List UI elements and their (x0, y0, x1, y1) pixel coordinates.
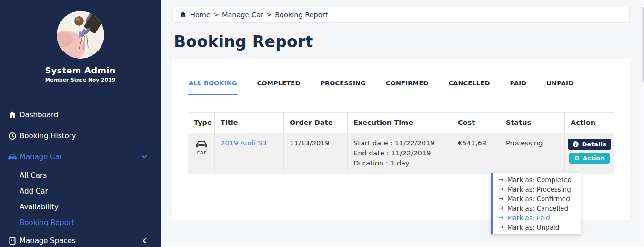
start-date: Start date : 11/22/2019 (353, 138, 446, 148)
menu-item-mark-processing[interactable]: → Mark as: Processing (493, 185, 581, 194)
breadcrumb-home-link[interactable]: Home (190, 11, 211, 19)
sidebar-item-manage-car[interactable]: Manage Car (0, 146, 161, 167)
end-date: End date : 11/22/2019 (353, 148, 446, 158)
profile-name: System Admin (0, 65, 161, 75)
manage-car-submenu: All Cars Add Car Availability Booking Re… (0, 167, 161, 230)
sidebar: System Admin Member Since Nov 2019 Dashb… (0, 0, 161, 247)
duration: Duration : 1 day (353, 158, 446, 168)
sidebar-item-manage-spaces[interactable]: Manage Spaces (0, 230, 161, 247)
gears-icon: ⚙ (574, 155, 580, 161)
arrow-right-icon: → (498, 204, 503, 213)
sidebar-item-booking-history[interactable]: Booking History (0, 125, 161, 146)
chevron-down-icon (141, 154, 148, 160)
arrow-right-icon: → (498, 194, 503, 204)
menu-item-label: Mark as: Completed (507, 175, 572, 185)
tab-paid[interactable]: PAID (509, 80, 528, 95)
sidebar-item-dashboard[interactable]: Dashboard (0, 104, 161, 125)
home-icon (8, 111, 17, 119)
sidebar-nav: Dashboard Booking History Manage Car All… (0, 97, 161, 247)
column-header-execution-time: Execution Time (348, 113, 452, 133)
sidebar-item-availability[interactable]: Availability (20, 199, 161, 215)
tab-all-booking[interactable]: ALL BOOKING (188, 80, 238, 95)
tab-unpaid[interactable]: UNPAID (545, 80, 574, 95)
profile-member-since: Member Since Nov 2019 (0, 77, 161, 82)
arrow-right-icon: → (498, 213, 503, 223)
breadcrumb-separator: > (214, 11, 219, 18)
sidebar-item-label: Manage Car (20, 153, 62, 161)
breadcrumb-separator: > (267, 11, 272, 18)
breadcrumb-manage-car-link[interactable]: Manage Car (222, 11, 263, 19)
action-button[interactable]: ⚙ Action (569, 153, 609, 164)
sidebar-item-booking-report[interactable]: Booking Report (20, 215, 161, 230)
arrow-right-icon: → (498, 185, 503, 194)
scrollbar-thumb[interactable] (642, 7, 644, 83)
type-cell: car (188, 133, 215, 174)
info-icon: i (573, 141, 579, 147)
booking-title-link[interactable]: 2019 Audi S3 (221, 139, 267, 147)
clock-icon (8, 132, 17, 140)
action-cell: i Details ⚙ Action (565, 133, 614, 174)
menu-item-label: Mark as: Unpaid (507, 223, 559, 232)
title-cell: 2019 Audi S3 (215, 133, 284, 174)
arrow-right-icon: → (498, 175, 503, 185)
action-button-label: Action (583, 154, 605, 162)
menu-item-mark-unpaid[interactable]: → Mark as: Unpaid (493, 223, 581, 232)
sidebar-item-all-cars[interactable]: All Cars (20, 167, 161, 183)
car-icon (8, 153, 17, 161)
menu-item-mark-completed[interactable]: → Mark as: Completed (493, 175, 581, 185)
column-header-action: Action (565, 113, 614, 133)
column-header-status: Status (500, 113, 565, 133)
chevron-left-icon (141, 237, 148, 244)
menu-item-label: Mark as: Paid (507, 213, 550, 223)
details-button-label: Details (582, 141, 606, 148)
sidebar-item-label: Booking History (20, 132, 76, 140)
tab-processing[interactable]: PROCESSING (319, 80, 367, 95)
menu-item-label: Mark as: Processing (507, 185, 571, 194)
cost-cell: €541,68 (452, 133, 500, 174)
tab-completed[interactable]: COMPLETED (256, 80, 302, 95)
home-icon (180, 11, 187, 18)
execution-time-cell: Start date : 11/22/2019 End date : 11/22… (348, 133, 452, 174)
column-header-type: Type (188, 113, 215, 133)
booking-table: Type Title Order Date Execution Time Cos… (188, 112, 614, 174)
page-title: Booking Report (174, 32, 630, 51)
building-icon (8, 237, 17, 245)
table-row: car 2019 Audi S3 11/13/2019 Start date :… (188, 133, 614, 174)
action-dropdown-menu: → Mark as: Completed → Mark as: Processi… (491, 173, 581, 235)
order-date-cell: 11/13/2019 (284, 133, 348, 174)
column-header-title: Title (215, 113, 284, 133)
sidebar-item-label: Dashboard (20, 111, 58, 119)
tab-confirmed[interactable]: CONFIRMED (385, 80, 430, 95)
menu-item-mark-cancelled[interactable]: → Mark as: Cancelled (493, 204, 581, 213)
sidebar-item-add-car[interactable]: Add Car (20, 183, 161, 199)
arrow-right-icon: → (498, 223, 503, 232)
column-header-cost: Cost (452, 113, 500, 133)
avatar (57, 11, 104, 59)
breadcrumb-current-page: Booking Report (275, 11, 328, 19)
menu-item-mark-confirmed[interactable]: → Mark as: Confirmed (493, 194, 581, 204)
booking-filter-tabs: ALL BOOKING COMPLETED PROCESSING CONFIRM… (188, 80, 630, 95)
car-icon (196, 139, 207, 149)
menu-item-mark-paid[interactable]: → Mark as: Paid (493, 213, 581, 223)
breadcrumb: Home > Manage Car > Booking Report (172, 7, 630, 23)
vertical-scrollbar[interactable] (641, 0, 644, 247)
column-header-order-date: Order Date (284, 113, 348, 133)
menu-item-label: Mark as: Confirmed (507, 194, 570, 204)
status-cell: Processing (500, 133, 565, 174)
sidebar-item-label: Manage Spaces (20, 237, 76, 245)
tab-cancelled[interactable]: CANCELLED (448, 80, 491, 95)
type-label: car (194, 149, 209, 156)
table-header-row: Type Title Order Date Execution Time Cos… (188, 113, 614, 133)
menu-item-label: Mark as: Cancelled (507, 204, 568, 213)
details-button[interactable]: i Details (568, 139, 611, 150)
